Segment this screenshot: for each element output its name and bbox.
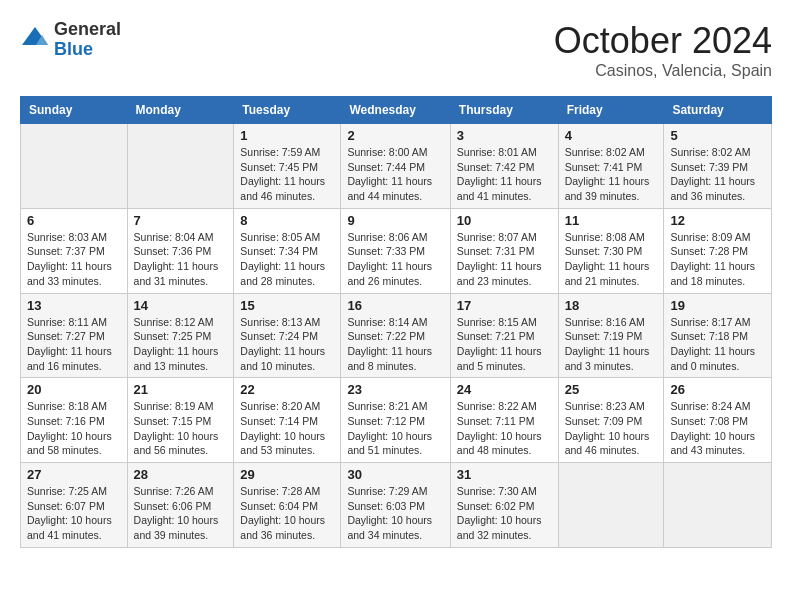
calendar: SundayMondayTuesdayWednesdayThursdayFrid… — [20, 96, 772, 548]
day-cell: 26Sunrise: 8:24 AM Sunset: 7:08 PM Dayli… — [664, 378, 772, 463]
day-info: Sunrise: 8:02 AM Sunset: 7:41 PM Dayligh… — [565, 146, 650, 202]
day-info: Sunrise: 7:30 AM Sunset: 6:02 PM Dayligh… — [457, 485, 542, 541]
day-cell: 16Sunrise: 8:14 AM Sunset: 7:22 PM Dayli… — [341, 293, 450, 378]
day-info: Sunrise: 8:24 AM Sunset: 7:08 PM Dayligh… — [670, 400, 755, 456]
day-info: Sunrise: 8:23 AM Sunset: 7:09 PM Dayligh… — [565, 400, 650, 456]
day-cell — [558, 463, 664, 548]
day-info: Sunrise: 7:25 AM Sunset: 6:07 PM Dayligh… — [27, 485, 112, 541]
day-number: 22 — [240, 382, 334, 397]
day-cell: 18Sunrise: 8:16 AM Sunset: 7:19 PM Dayli… — [558, 293, 664, 378]
day-info: Sunrise: 8:02 AM Sunset: 7:39 PM Dayligh… — [670, 146, 755, 202]
day-number: 2 — [347, 128, 443, 143]
logo-text: General Blue — [54, 20, 121, 60]
day-info: Sunrise: 7:29 AM Sunset: 6:03 PM Dayligh… — [347, 485, 432, 541]
day-info: Sunrise: 8:16 AM Sunset: 7:19 PM Dayligh… — [565, 316, 650, 372]
day-info: Sunrise: 8:05 AM Sunset: 7:34 PM Dayligh… — [240, 231, 325, 287]
day-cell: 14Sunrise: 8:12 AM Sunset: 7:25 PM Dayli… — [127, 293, 234, 378]
day-cell: 31Sunrise: 7:30 AM Sunset: 6:02 PM Dayli… — [450, 463, 558, 548]
title-block: October 2024 Casinos, Valencia, Spain — [554, 20, 772, 80]
day-cell: 9Sunrise: 8:06 AM Sunset: 7:33 PM Daylig… — [341, 208, 450, 293]
day-info: Sunrise: 8:08 AM Sunset: 7:30 PM Dayligh… — [565, 231, 650, 287]
day-cell: 8Sunrise: 8:05 AM Sunset: 7:34 PM Daylig… — [234, 208, 341, 293]
day-number: 13 — [27, 298, 121, 313]
day-cell: 17Sunrise: 8:15 AM Sunset: 7:21 PM Dayli… — [450, 293, 558, 378]
day-info: Sunrise: 8:14 AM Sunset: 7:22 PM Dayligh… — [347, 316, 432, 372]
day-number: 8 — [240, 213, 334, 228]
day-cell: 10Sunrise: 8:07 AM Sunset: 7:31 PM Dayli… — [450, 208, 558, 293]
month-title: October 2024 — [554, 20, 772, 62]
day-info: Sunrise: 8:17 AM Sunset: 7:18 PM Dayligh… — [670, 316, 755, 372]
header-wednesday: Wednesday — [341, 97, 450, 124]
day-cell: 2Sunrise: 8:00 AM Sunset: 7:44 PM Daylig… — [341, 124, 450, 209]
day-info: Sunrise: 8:07 AM Sunset: 7:31 PM Dayligh… — [457, 231, 542, 287]
logo-blue: Blue — [54, 40, 121, 60]
logo-general: General — [54, 20, 121, 40]
day-info: Sunrise: 8:06 AM Sunset: 7:33 PM Dayligh… — [347, 231, 432, 287]
day-cell — [21, 124, 128, 209]
logo-icon — [20, 25, 50, 55]
day-info: Sunrise: 8:12 AM Sunset: 7:25 PM Dayligh… — [134, 316, 219, 372]
day-number: 24 — [457, 382, 552, 397]
header-saturday: Saturday — [664, 97, 772, 124]
day-number: 21 — [134, 382, 228, 397]
week-row-4: 20Sunrise: 8:18 AM Sunset: 7:16 PM Dayli… — [21, 378, 772, 463]
day-info: Sunrise: 7:59 AM Sunset: 7:45 PM Dayligh… — [240, 146, 325, 202]
calendar-body: 1Sunrise: 7:59 AM Sunset: 7:45 PM Daylig… — [21, 124, 772, 548]
day-number: 5 — [670, 128, 765, 143]
day-cell: 11Sunrise: 8:08 AM Sunset: 7:30 PM Dayli… — [558, 208, 664, 293]
day-number: 31 — [457, 467, 552, 482]
day-number: 18 — [565, 298, 658, 313]
header-row: SundayMondayTuesdayWednesdayThursdayFrid… — [21, 97, 772, 124]
day-number: 27 — [27, 467, 121, 482]
day-cell: 28Sunrise: 7:26 AM Sunset: 6:06 PM Dayli… — [127, 463, 234, 548]
day-info: Sunrise: 8:18 AM Sunset: 7:16 PM Dayligh… — [27, 400, 112, 456]
header-tuesday: Tuesday — [234, 97, 341, 124]
day-info: Sunrise: 8:01 AM Sunset: 7:42 PM Dayligh… — [457, 146, 542, 202]
day-number: 16 — [347, 298, 443, 313]
day-info: Sunrise: 8:13 AM Sunset: 7:24 PM Dayligh… — [240, 316, 325, 372]
day-cell: 4Sunrise: 8:02 AM Sunset: 7:41 PM Daylig… — [558, 124, 664, 209]
day-info: Sunrise: 8:20 AM Sunset: 7:14 PM Dayligh… — [240, 400, 325, 456]
day-cell: 21Sunrise: 8:19 AM Sunset: 7:15 PM Dayli… — [127, 378, 234, 463]
week-row-1: 1Sunrise: 7:59 AM Sunset: 7:45 PM Daylig… — [21, 124, 772, 209]
day-cell: 19Sunrise: 8:17 AM Sunset: 7:18 PM Dayli… — [664, 293, 772, 378]
day-info: Sunrise: 8:21 AM Sunset: 7:12 PM Dayligh… — [347, 400, 432, 456]
day-cell: 7Sunrise: 8:04 AM Sunset: 7:36 PM Daylig… — [127, 208, 234, 293]
day-cell: 12Sunrise: 8:09 AM Sunset: 7:28 PM Dayli… — [664, 208, 772, 293]
day-cell: 20Sunrise: 8:18 AM Sunset: 7:16 PM Dayli… — [21, 378, 128, 463]
day-number: 1 — [240, 128, 334, 143]
day-number: 20 — [27, 382, 121, 397]
day-info: Sunrise: 8:15 AM Sunset: 7:21 PM Dayligh… — [457, 316, 542, 372]
day-info: Sunrise: 7:26 AM Sunset: 6:06 PM Dayligh… — [134, 485, 219, 541]
day-cell: 23Sunrise: 8:21 AM Sunset: 7:12 PM Dayli… — [341, 378, 450, 463]
week-row-3: 13Sunrise: 8:11 AM Sunset: 7:27 PM Dayli… — [21, 293, 772, 378]
header-monday: Monday — [127, 97, 234, 124]
week-row-5: 27Sunrise: 7:25 AM Sunset: 6:07 PM Dayli… — [21, 463, 772, 548]
day-cell: 30Sunrise: 7:29 AM Sunset: 6:03 PM Dayli… — [341, 463, 450, 548]
day-number: 19 — [670, 298, 765, 313]
day-info: Sunrise: 7:28 AM Sunset: 6:04 PM Dayligh… — [240, 485, 325, 541]
day-number: 17 — [457, 298, 552, 313]
day-info: Sunrise: 8:00 AM Sunset: 7:44 PM Dayligh… — [347, 146, 432, 202]
day-number: 7 — [134, 213, 228, 228]
day-cell — [664, 463, 772, 548]
day-cell: 6Sunrise: 8:03 AM Sunset: 7:37 PM Daylig… — [21, 208, 128, 293]
day-number: 3 — [457, 128, 552, 143]
day-info: Sunrise: 8:22 AM Sunset: 7:11 PM Dayligh… — [457, 400, 542, 456]
page-header: General Blue October 2024 Casinos, Valen… — [20, 20, 772, 80]
day-cell: 15Sunrise: 8:13 AM Sunset: 7:24 PM Dayli… — [234, 293, 341, 378]
day-cell: 3Sunrise: 8:01 AM Sunset: 7:42 PM Daylig… — [450, 124, 558, 209]
day-number: 9 — [347, 213, 443, 228]
week-row-2: 6Sunrise: 8:03 AM Sunset: 7:37 PM Daylig… — [21, 208, 772, 293]
header-thursday: Thursday — [450, 97, 558, 124]
day-cell: 1Sunrise: 7:59 AM Sunset: 7:45 PM Daylig… — [234, 124, 341, 209]
day-number: 29 — [240, 467, 334, 482]
day-number: 10 — [457, 213, 552, 228]
day-number: 25 — [565, 382, 658, 397]
day-cell — [127, 124, 234, 209]
day-number: 11 — [565, 213, 658, 228]
header-sunday: Sunday — [21, 97, 128, 124]
header-friday: Friday — [558, 97, 664, 124]
logo: General Blue — [20, 20, 121, 60]
day-info: Sunrise: 8:04 AM Sunset: 7:36 PM Dayligh… — [134, 231, 219, 287]
